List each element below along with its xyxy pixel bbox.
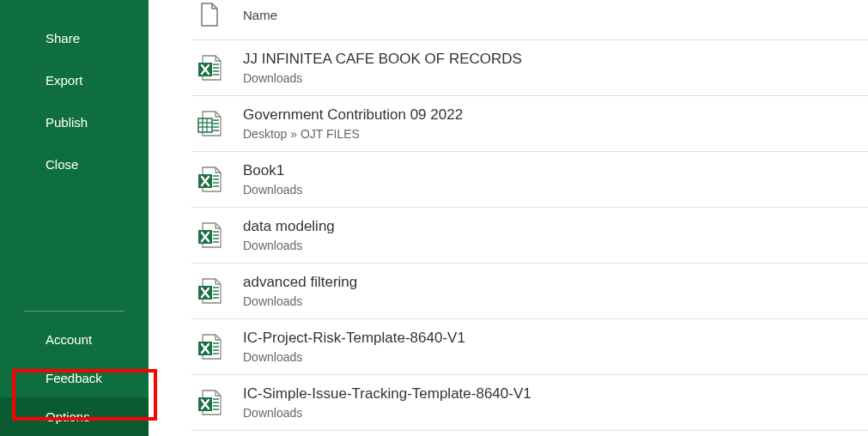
sidebar-label: Publish xyxy=(46,115,88,130)
column-header-name: Name xyxy=(243,8,277,22)
file-path: Downloads xyxy=(243,294,357,308)
file-path: Downloads xyxy=(243,350,465,364)
sidebar-item-publish[interactable]: Publish xyxy=(0,101,149,143)
file-row[interactable]: data modeling Downloads xyxy=(191,208,868,263)
blank-file-icon xyxy=(195,0,224,29)
sidebar-label: Close xyxy=(46,157,78,172)
sidebar-label: Export xyxy=(46,73,82,88)
excel-file-icon xyxy=(195,53,224,82)
file-row[interactable]: Book1 Downloads xyxy=(191,152,868,208)
file-path: Downloads xyxy=(243,183,302,197)
file-name: Government Contribution 09 2022 xyxy=(243,106,463,124)
excel-file-icon xyxy=(195,165,224,194)
svg-rect-5 xyxy=(198,118,212,132)
file-row[interactable]: IC-Project-Risk-Template-8640-V1 Downloa… xyxy=(191,319,868,375)
file-name: advanced filtering xyxy=(243,274,357,291)
excel-file-icon xyxy=(195,388,224,417)
recent-files-pane: Name JJ INFINITEA CAFE BOOK OF RECORDS D… xyxy=(149,0,868,436)
file-name: IC-Project-Risk-Template-8640-V1 xyxy=(243,330,465,347)
sidebar-divider xyxy=(24,311,124,312)
file-row[interactable]: IC-Simple-Issue-Tracking-Template-8640-V… xyxy=(191,375,868,431)
file-name: data modeling xyxy=(243,218,335,235)
sidebar-label: Feedback xyxy=(46,371,102,385)
sidebar-item-export[interactable]: Export xyxy=(0,59,149,101)
excel-file-icon xyxy=(195,109,224,138)
sidebar-item-share[interactable]: Share xyxy=(0,17,149,59)
file-row[interactable]: JJ INFINITEA CAFE BOOK OF RECORDS Downlo… xyxy=(191,40,868,96)
excel-file-icon xyxy=(195,276,224,306)
sidebar-label: Share xyxy=(46,31,80,45)
backstage-sidebar: Share Export Publish Close Account Feedb… xyxy=(0,0,149,436)
file-path: Desktop » OJT FILES xyxy=(243,127,463,141)
sidebar-label: Account xyxy=(46,332,92,347)
file-path: Downloads xyxy=(243,71,522,85)
file-path: Downloads xyxy=(243,406,531,420)
excel-file-icon xyxy=(195,221,224,250)
file-path: Downloads xyxy=(243,239,335,252)
file-name: IC-Simple-Issue-Tracking-Template-8640-V… xyxy=(243,385,531,403)
file-row[interactable]: Government Contribution 09 2022 Desktop … xyxy=(191,96,868,152)
sidebar-label: Options xyxy=(46,409,90,424)
file-name: JJ INFINITEA CAFE BOOK OF RECORDS xyxy=(243,51,522,68)
file-row[interactable]: advanced filtering Downloads xyxy=(191,263,868,319)
sidebar-item-options[interactable]: Options xyxy=(0,397,149,436)
file-list-header: Name xyxy=(191,0,868,40)
sidebar-item-close[interactable]: Close xyxy=(0,143,149,185)
sidebar-item-feedback[interactable]: Feedback xyxy=(0,359,149,397)
file-name: Book1 xyxy=(243,162,302,179)
sidebar-item-account[interactable]: Account xyxy=(0,320,149,359)
excel-file-icon xyxy=(195,332,224,361)
